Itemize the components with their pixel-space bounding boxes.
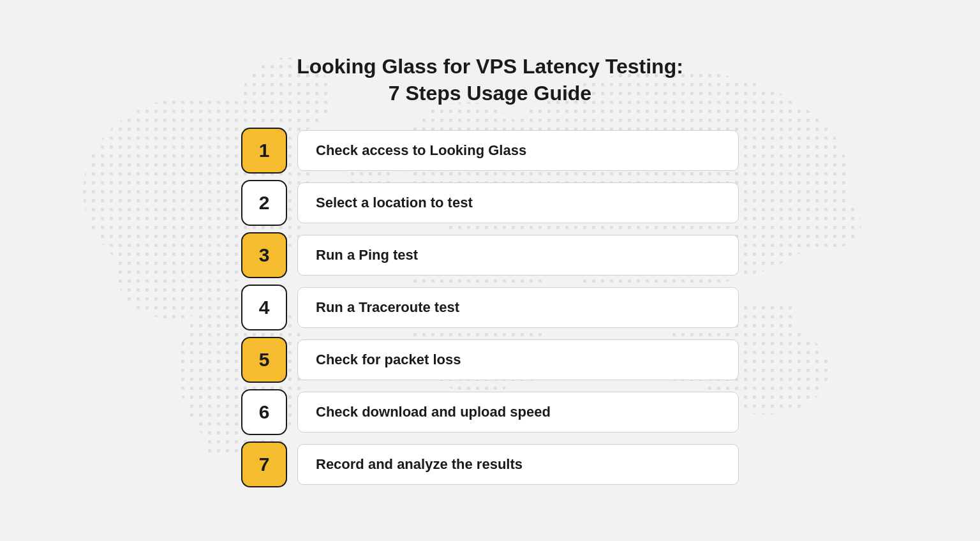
step-row-1: 1Check access to Looking Glass (241, 128, 739, 174)
step-label-6: Check download and upload speed (297, 392, 739, 433)
step-number-7: 7 (241, 441, 287, 487)
step-number-6: 6 (241, 389, 287, 435)
step-number-3: 3 (241, 232, 287, 278)
page-title: Looking Glass for VPS Latency Testing: 7… (297, 54, 683, 107)
step-label-1: Check access to Looking Glass (297, 130, 739, 171)
step-row-6: 6Check download and upload speed (241, 389, 739, 435)
step-number-2: 2 (241, 180, 287, 226)
main-container: Looking Glass for VPS Latency Testing: 7… (241, 54, 739, 487)
step-number-5: 5 (241, 337, 287, 383)
step-number-1: 1 (241, 128, 287, 174)
step-row-5: 5Check for packet loss (241, 337, 739, 383)
step-row-2: 2Select a location to test (241, 180, 739, 226)
steps-list: 1Check access to Looking Glass2Select a … (241, 128, 739, 487)
step-row-7: 7Record and analyze the results (241, 441, 739, 487)
step-label-7: Record and analyze the results (297, 444, 739, 485)
step-label-4: Run a Traceroute test (297, 287, 739, 328)
step-label-2: Select a location to test (297, 182, 739, 223)
step-row-3: 3Run a Ping test (241, 232, 739, 278)
step-number-4: 4 (241, 285, 287, 330)
step-label-3: Run a Ping test (297, 235, 739, 276)
step-row-4: 4Run a Traceroute test (241, 285, 739, 330)
step-label-5: Check for packet loss (297, 339, 739, 380)
